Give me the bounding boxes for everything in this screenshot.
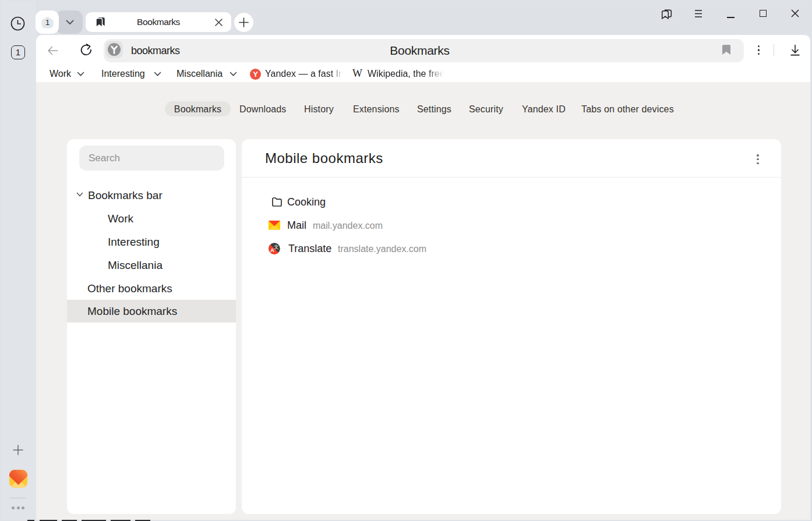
svg-text:文: 文 — [274, 244, 279, 250]
svg-text:Y: Y — [253, 70, 258, 79]
svg-text:1: 1 — [45, 18, 50, 27]
